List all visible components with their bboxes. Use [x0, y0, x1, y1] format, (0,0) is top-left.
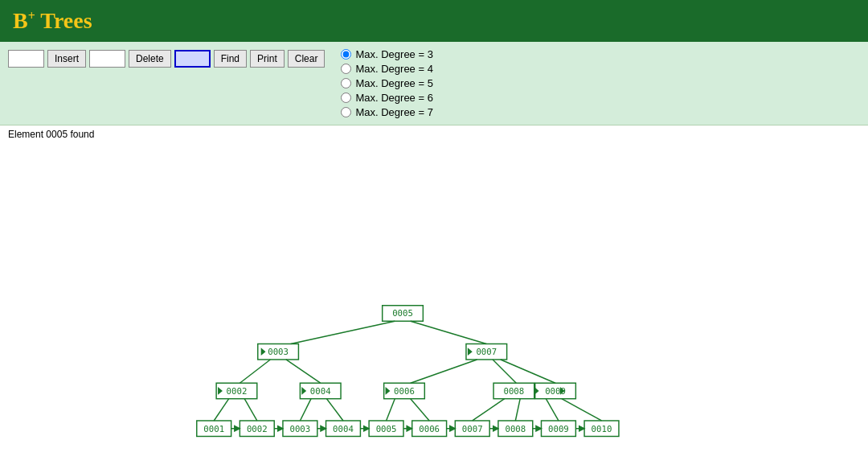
- svg-line-41: [473, 399, 505, 421]
- svg-line-43: [546, 399, 559, 421]
- leaf-0007: 0007: [462, 424, 483, 434]
- svg-line-44: [562, 399, 602, 421]
- svg-line-40: [411, 399, 429, 421]
- svg-line-5: [411, 321, 487, 343]
- toolbar-controls: Insert Delete Find Print Clear: [8, 48, 325, 68]
- degree-7-text: Max. Degree = 7: [355, 106, 432, 118]
- svg-line-42: [515, 399, 520, 421]
- degree-6-radio[interactable]: [341, 93, 351, 103]
- svg-line-13: [411, 360, 477, 383]
- leaf-0002: 0002: [247, 424, 268, 434]
- degree-4-label[interactable]: Max. Degree = 4: [341, 63, 432, 75]
- leaf-0005: 0005: [376, 424, 397, 434]
- leaf-0006: 0006: [419, 424, 440, 434]
- leaf-0004: 0004: [333, 424, 354, 434]
- degree-options: Max. Degree = 3 Max. Degree = 4 Max. Deg…: [341, 48, 432, 118]
- svg-line-39: [387, 399, 395, 421]
- node-l2-left: 0003: [268, 347, 289, 357]
- node-l3-2: 0004: [310, 386, 331, 397]
- svg-line-15: [501, 360, 555, 383]
- svg-line-4: [291, 321, 395, 343]
- print-button[interactable]: Print: [250, 50, 285, 68]
- status-text: Element 0005 found: [8, 129, 94, 140]
- node-l3-4: 0008: [503, 386, 524, 397]
- insert-button[interactable]: Insert: [47, 50, 86, 68]
- degree-5-radio[interactable]: [341, 78, 351, 88]
- app-title: B+ Trees: [13, 8, 92, 34]
- insert-input[interactable]: [8, 50, 44, 68]
- node-l3-3: 0006: [394, 386, 415, 397]
- svg-line-36: [244, 399, 257, 421]
- svg-line-11: [240, 360, 270, 383]
- node-root: 0005: [392, 308, 413, 319]
- svg-line-12: [286, 360, 321, 383]
- degree-6-text: Max. Degree = 6: [355, 92, 432, 104]
- degree-3-radio[interactable]: [341, 49, 351, 60]
- leaf-0009: 0009: [548, 424, 569, 434]
- leaf-0001: 0001: [203, 424, 224, 434]
- degree-7-radio[interactable]: [341, 107, 351, 117]
- svg-line-37: [300, 399, 311, 421]
- degree-7-label[interactable]: Max. Degree = 7: [341, 106, 432, 118]
- delete-input[interactable]: [89, 50, 125, 68]
- degree-3-text: Max. Degree = 3: [355, 48, 432, 60]
- degree-4-text: Max. Degree = 4: [355, 63, 432, 75]
- svg-line-14: [493, 360, 516, 383]
- delete-button[interactable]: Delete: [129, 50, 171, 68]
- leaf-0003: 0003: [289, 424, 310, 434]
- degree-3-label[interactable]: Max. Degree = 3: [341, 48, 432, 60]
- find-button[interactable]: Find: [214, 50, 247, 68]
- degree-5-text: Max. Degree = 5: [355, 77, 432, 89]
- svg-line-35: [214, 399, 229, 421]
- degree-6-label[interactable]: Max. Degree = 6: [341, 92, 432, 104]
- node-l2-right: 0007: [476, 347, 497, 357]
- clear-button[interactable]: Clear: [288, 50, 326, 68]
- leaf-0008: 0008: [505, 424, 526, 434]
- find-input[interactable]: [174, 50, 211, 68]
- toolbar: Insert Delete Find Print Clear Max. Degr…: [0, 42, 868, 125]
- leaf-0010: 0010: [592, 424, 612, 434]
- svg-line-38: [327, 399, 343, 421]
- tree-diagram: 0005 0003 0007 0002 0004 0006 0008 0009: [0, 145, 868, 450]
- degree-4-radio[interactable]: [341, 64, 351, 74]
- app-header: B+ Trees: [0, 0, 868, 42]
- status-bar: Element 0005 found: [0, 125, 868, 145]
- tree-canvas: 0005 0003 0007 0002 0004 0006 0008 0009: [0, 145, 868, 450]
- degree-5-label[interactable]: Max. Degree = 5: [341, 77, 432, 89]
- node-l3-1: 0002: [227, 386, 248, 397]
